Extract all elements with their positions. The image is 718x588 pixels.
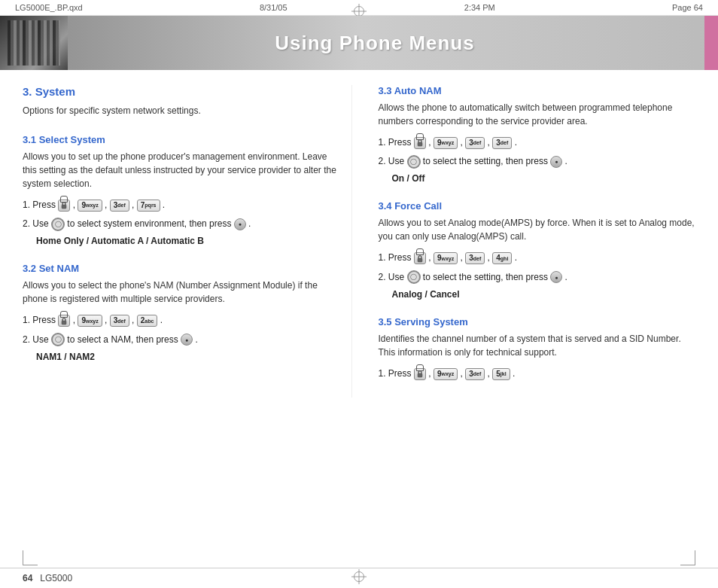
svg-rect-2 bbox=[418, 142, 422, 146]
page-footer: 64 LG5000 bbox=[0, 568, 718, 588]
main-content: 3. System Options for specific system ne… bbox=[0, 70, 718, 413]
section-3-1: 3.1 Select System Allows you to set up t… bbox=[23, 134, 340, 246]
section-3-3: 3.3 Auto NAM Allows the phone to automat… bbox=[379, 85, 696, 184]
key-3def-3: 3def bbox=[465, 137, 485, 149]
page-header: Using Phone Menus bbox=[0, 16, 718, 70]
step-3-4-1: 1. Press , 9wxyz , 3def , 4ghi . bbox=[379, 251, 696, 265]
svg-rect-1 bbox=[62, 321, 66, 324]
section-3-2: 3.2 Set NAM Allows you to select the pho… bbox=[23, 263, 340, 361]
subsection-3-3-desc: Allows the phone to automatically switch… bbox=[379, 101, 696, 128]
lock-key-2 bbox=[58, 315, 70, 327]
key-9wxyz-5: 9wxyz bbox=[434, 368, 458, 380]
step-3-3-2: 2. Use ◯ to select the setting, then pre… bbox=[379, 154, 696, 169]
subsection-3-4-desc: Allows you to set Analog mode(AMPS) by f… bbox=[379, 216, 696, 243]
subsection-3-1-title: 3.1 Select System bbox=[23, 134, 340, 145]
key-7pqrs-1: 7pqrs bbox=[137, 200, 160, 212]
footer-model: LG5000 bbox=[40, 573, 72, 583]
key-9wxyz-1: 9wxyz bbox=[78, 200, 102, 212]
header-image bbox=[0, 16, 68, 70]
svg-rect-3 bbox=[418, 258, 422, 262]
column-left: 3. System Options for specific system ne… bbox=[23, 85, 352, 398]
section-3: 3. System Options for specific system ne… bbox=[23, 85, 340, 117]
key-3def-5: 3def bbox=[465, 252, 485, 264]
ok-btn-3-4: ● bbox=[550, 271, 562, 283]
page-info-file: LG5000E_.BP.qxd bbox=[15, 3, 83, 12]
key-9wxyz-4: 9wxyz bbox=[434, 252, 458, 264]
subsection-3-5-desc: Identifies the channel number of a syste… bbox=[379, 332, 696, 359]
reg-mark-top bbox=[354, 6, 364, 17]
section-3-desc: Options for specific system network sett… bbox=[23, 104, 340, 117]
svg-rect-4 bbox=[418, 373, 422, 377]
step-3-2-1: 1. Press , 9wxyz , 3def , 2abc . bbox=[23, 313, 340, 328]
step-3-2-2: 2. Use ◯ to select a NAM, then press ● . bbox=[23, 333, 340, 347]
corner-mark-bl bbox=[23, 550, 38, 565]
nav-wheel-3-4: ◯ bbox=[407, 270, 421, 284]
ok-btn-3-2: ● bbox=[181, 334, 193, 346]
key-9wxyz-2: 9wxyz bbox=[78, 315, 102, 327]
step-3-3-1: 1. Press , 9wxyz , 3def , 3def . bbox=[379, 136, 696, 150]
subsection-3-4-title: 3.4 Force Call bbox=[379, 200, 696, 212]
column-right: 3.3 Auto NAM Allows the phone to automat… bbox=[375, 85, 696, 398]
subsection-3-2-desc: Allows you to select the phone's NAM (Nu… bbox=[23, 279, 340, 306]
ok-btn-3-3: ● bbox=[550, 156, 562, 168]
footer-page-number: 64 bbox=[23, 573, 32, 583]
nav-wheel-3-1: ◯ bbox=[51, 218, 65, 231]
step-3-5-1: 1. Press , 9wxyz , 3def , 5jkl . bbox=[379, 367, 696, 381]
lock-key-4 bbox=[414, 252, 426, 264]
step-3-4-2: 2. Use ◯ to select the setting, then pre… bbox=[379, 270, 696, 285]
key-3def-2: 3def bbox=[110, 315, 129, 327]
options-3-3: On / Off bbox=[379, 173, 696, 184]
lock-key-1 bbox=[58, 200, 70, 212]
section-3-4: 3.4 Force Call Allows you to set Analog … bbox=[379, 200, 696, 299]
step-3-1-2: 2. Use ◯ to select system environment, t… bbox=[23, 217, 340, 231]
nav-wheel-3-2: ◯ bbox=[51, 333, 65, 346]
options-3-2: NAM1 / NAM2 bbox=[23, 352, 340, 362]
key-5jkl-1: 5jkl bbox=[492, 368, 510, 380]
subsection-3-1-desc: Allows you to set up the phone producer'… bbox=[23, 150, 340, 190]
key-3def-1: 3def bbox=[110, 200, 129, 212]
options-3-4: Analog / Cancel bbox=[379, 289, 696, 300]
ok-btn-3-1: ● bbox=[234, 218, 246, 230]
section-3-5: 3.5 Serving System Identifies the channe… bbox=[379, 316, 696, 381]
svg-rect-0 bbox=[62, 205, 66, 209]
header-accent bbox=[704, 16, 718, 70]
subsection-3-5-title: 3.5 Serving System bbox=[379, 316, 696, 328]
subsection-3-3-title: 3.3 Auto NAM bbox=[379, 85, 696, 96]
options-3-1: Home Only / Automatic A / Automatic B bbox=[23, 236, 340, 246]
page-info-time: 2:34 PM bbox=[464, 3, 495, 12]
section-3-title: 3. System bbox=[23, 85, 340, 98]
subsection-3-2-title: 3.2 Set NAM bbox=[23, 263, 340, 274]
key-2abc-1: 2abc bbox=[137, 315, 158, 327]
key-3def-4: 3def bbox=[492, 137, 512, 149]
step-3-1-1: 1. Press , 9wxyz , 3def , 7pqrs . bbox=[23, 198, 340, 212]
nav-wheel-3-3: ◯ bbox=[407, 155, 421, 169]
page-info-page: Page 64 bbox=[672, 3, 703, 12]
page-info-date: 8/31/05 bbox=[260, 3, 288, 12]
key-9wxyz-3: 9wxyz bbox=[434, 137, 458, 149]
lock-key-5 bbox=[414, 368, 426, 380]
key-3def-6: 3def bbox=[465, 368, 485, 380]
corner-mark-br bbox=[680, 550, 695, 565]
key-4ghi-1: 4ghi bbox=[492, 252, 512, 264]
lock-key-3 bbox=[414, 137, 426, 149]
header-title: Using Phone Menus bbox=[68, 32, 704, 55]
